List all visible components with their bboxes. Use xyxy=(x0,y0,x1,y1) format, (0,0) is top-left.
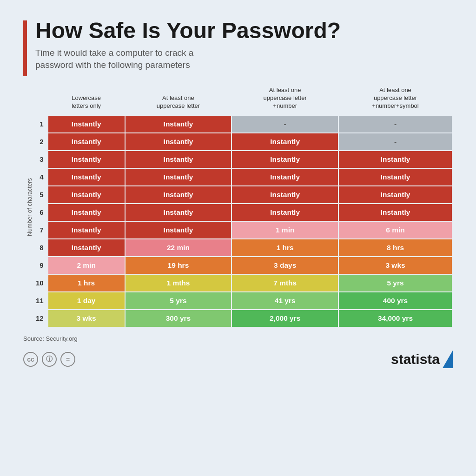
table-cell: 1 mths xyxy=(125,274,232,292)
table-cell: Instantly xyxy=(125,151,232,168)
password-table: Lowercaseletters only At least oneupperc… xyxy=(33,86,453,328)
table-cell: 8 hrs xyxy=(338,239,452,257)
table-row: 92 min19 hrs3 days3 wks xyxy=(33,257,452,274)
cc-icons-group: cc ⓘ = xyxy=(23,352,75,367)
table-cell: 5 yrs xyxy=(338,274,452,292)
main-card: How Safe Is Your Password? Time it would… xyxy=(0,0,476,476)
table-cell: Instantly xyxy=(125,204,232,221)
table-cell: 22 min xyxy=(125,239,232,257)
row-number: 12 xyxy=(33,310,48,327)
row-number: 7 xyxy=(33,221,48,239)
row-number: 2 xyxy=(33,133,48,151)
statista-triangle-icon xyxy=(443,350,453,368)
table-row: 5InstantlyInstantlyInstantlyInstantly xyxy=(33,186,452,204)
row-number: 4 xyxy=(33,168,48,186)
row-number: 3 xyxy=(33,151,48,168)
table-cell: Instantly xyxy=(231,151,338,168)
table-container: Lowercaseletters only At least oneupperc… xyxy=(33,86,453,328)
row-number: 1 xyxy=(33,115,48,133)
row-number: 5 xyxy=(33,186,48,204)
footer: cc ⓘ = statista xyxy=(23,350,453,368)
header-uppercase-number-symbol: At least oneuppercase letter+number+symb… xyxy=(338,86,452,115)
table-cell: - xyxy=(338,115,452,133)
table-wrapper: Number of characters Lowercaseletters on… xyxy=(23,86,453,328)
table-cell: Instantly xyxy=(48,186,125,204)
table-cell: 3 wks xyxy=(338,257,452,274)
row-number: 8 xyxy=(33,239,48,257)
table-cell: Instantly xyxy=(338,204,452,221)
subtitle: Time it would take a computer to crack a… xyxy=(35,47,341,72)
statista-logo: statista xyxy=(391,350,453,368)
table-cell: 5 yrs xyxy=(125,292,232,310)
table-cell: Instantly xyxy=(125,115,232,133)
title-section: How Safe Is Your Password? Time it would… xyxy=(23,19,453,76)
equals-icon: = xyxy=(60,352,75,367)
red-bar xyxy=(23,20,27,76)
table-cell: Instantly xyxy=(231,186,338,204)
table-cell: 3 days xyxy=(231,257,338,274)
header-num xyxy=(33,86,48,115)
table-cell: 34,000 yrs xyxy=(338,310,452,327)
table-cell: - xyxy=(231,115,338,133)
table-cell: Instantly xyxy=(48,168,125,186)
table-cell: 19 hrs xyxy=(125,257,232,274)
row-number: 6 xyxy=(33,204,48,221)
table-cell: Instantly xyxy=(125,221,232,239)
table-row: 4InstantlyInstantlyInstantlyInstantly xyxy=(33,168,452,186)
table-cell: 1 min xyxy=(231,221,338,239)
table-cell: Instantly xyxy=(125,168,232,186)
table-cell: Instantly xyxy=(48,239,125,257)
table-cell: Instantly xyxy=(125,186,232,204)
table-cell: Instantly xyxy=(231,204,338,221)
table-row: 101 hrs1 mths7 mths5 yrs xyxy=(33,274,452,292)
header-lowercase: Lowercaseletters only xyxy=(48,86,125,115)
table-cell: Instantly xyxy=(48,133,125,151)
table-header-row: Lowercaseletters only At least oneupperc… xyxy=(33,86,452,115)
table-cell: 2,000 yrs xyxy=(231,310,338,327)
statista-text: statista xyxy=(391,351,440,367)
table-cell: Instantly xyxy=(338,186,452,204)
table-cell: 2 min xyxy=(48,257,125,274)
table-cell: Instantly xyxy=(125,133,232,151)
header-uppercase: At least oneuppercase letter xyxy=(125,86,232,115)
main-title: How Safe Is Your Password? xyxy=(35,19,341,43)
row-number: 9 xyxy=(33,257,48,274)
table-cell: 7 mths xyxy=(231,274,338,292)
table-row: 6InstantlyInstantlyInstantlyInstantly xyxy=(33,204,452,221)
table-cell: 1 day xyxy=(48,292,125,310)
table-row: 1InstantlyInstantly-- xyxy=(33,115,452,133)
table-row: 2InstantlyInstantlyInstantly- xyxy=(33,133,452,151)
table-cell: 300 yrs xyxy=(125,310,232,327)
cc-icon: cc xyxy=(23,352,38,367)
table-cell: Instantly xyxy=(338,151,452,168)
header-uppercase-number: At least oneuppercase letter+number xyxy=(231,86,338,115)
table-cell: Instantly xyxy=(338,168,452,186)
table-cell: Instantly xyxy=(48,115,125,133)
table-row: 3InstantlyInstantlyInstantlyInstantly xyxy=(33,151,452,168)
table-cell: Instantly xyxy=(231,168,338,186)
row-number: 10 xyxy=(33,274,48,292)
table-cell: 1 hrs xyxy=(48,274,125,292)
row-number: 11 xyxy=(33,292,48,310)
table-cell: 6 min xyxy=(338,221,452,239)
table-row: 7InstantlyInstantly1 min6 min xyxy=(33,221,452,239)
source-section: Source: Security.org xyxy=(23,335,453,342)
source-text: Source: Security.org xyxy=(23,335,78,342)
table-cell: 400 yrs xyxy=(338,292,452,310)
y-axis-label: Number of characters xyxy=(23,178,33,236)
table-cell: 41 yrs xyxy=(231,292,338,310)
table-row: 8Instantly22 min1 hrs8 hrs xyxy=(33,239,452,257)
person-icon: ⓘ xyxy=(42,352,57,367)
table-cell: Instantly xyxy=(231,133,338,151)
table-cell: 3 wks xyxy=(48,310,125,327)
table-cell: Instantly xyxy=(48,151,125,168)
table-cell: - xyxy=(338,133,452,151)
title-text: How Safe Is Your Password? Time it would… xyxy=(35,19,341,72)
table-cell: Instantly xyxy=(48,221,125,239)
table-cell: Instantly xyxy=(48,204,125,221)
table-row: 111 day5 yrs41 yrs400 yrs xyxy=(33,292,452,310)
table-cell: 1 hrs xyxy=(231,239,338,257)
table-row: 123 wks300 yrs2,000 yrs34,000 yrs xyxy=(33,310,452,327)
